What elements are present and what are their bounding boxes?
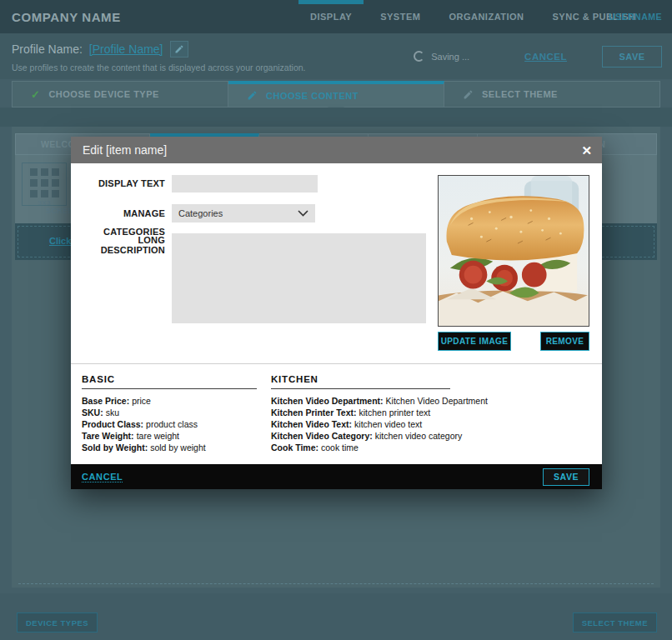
content-tab-label: WELCO	[41, 139, 75, 149]
basic-row: Tare Weight:tare weight	[82, 430, 257, 442]
modal-header: Edit [item name] ✕	[71, 137, 602, 163]
nav-tab-organization[interactable]: ORGANIZATION	[449, 0, 524, 33]
step-label: SELECT THEME	[482, 89, 558, 99]
long-description-textarea[interactable]	[172, 233, 426, 323]
grid-3x3-icon	[30, 168, 59, 198]
item-image	[438, 175, 589, 327]
close-icon[interactable]: ✕	[581, 144, 592, 157]
step-label: CHOOSE DEVICE TYPE	[48, 89, 158, 99]
edit-profile-name-button[interactable]	[170, 41, 188, 58]
saving-status: Saving ...	[431, 52, 469, 62]
basic-section: BASIC Base Price:price SKU:sku Product C…	[82, 374, 257, 453]
sandwich-photo	[439, 176, 589, 326]
layout-option-3x3[interactable]: 3X3	[22, 162, 67, 206]
kitchen-row: Cook Time:cook time	[271, 442, 521, 453]
long-description-label: LONG DESCRIPTION	[71, 235, 165, 255]
pencil-icon	[174, 44, 184, 54]
step-select-theme[interactable]: SELECT THEME	[444, 81, 660, 108]
pencil-outline-icon	[463, 89, 474, 100]
chevron-down-icon	[298, 210, 308, 217]
categories-select[interactable]: Categories	[172, 204, 315, 222]
divider-band	[0, 108, 672, 127]
pencil-icon	[247, 90, 258, 101]
nav-tab-label: SYSTEM	[380, 12, 420, 22]
company-name: COMPANY NAME	[12, 10, 121, 24]
profile-name-label: Profile Name:	[12, 42, 83, 56]
kitchen-section-title: KITCHEN	[271, 374, 450, 389]
basic-row: Product Class:product class	[82, 418, 257, 430]
nav-tab-label: ORGANIZATION	[449, 12, 524, 22]
kitchen-row: Kitchen Video Text:kitchen video text	[271, 418, 521, 430]
check-icon: ✓	[31, 88, 40, 101]
basic-section-title: BASIC	[82, 374, 257, 389]
modal-save-button[interactable]: SAVE	[543, 468, 589, 486]
display-text-label: DISPLAY TEXT	[71, 175, 165, 192]
step-label: CHOOSE CONTENT	[266, 91, 359, 101]
basic-row: SKU:sku	[82, 407, 257, 418]
edit-item-modal: Edit [item name] ✕ DISPLAY TEXT MANAGE C…	[71, 137, 602, 489]
modal-cancel-button[interactable]: CANCEL	[82, 472, 123, 482]
nav-tab-system[interactable]: SYSTEM	[380, 0, 420, 33]
nav-tab-label: DISPLAY	[310, 12, 352, 22]
modal-body: DISPLAY TEXT MANAGE CATEGORIES Categorie…	[71, 163, 602, 464]
display-text-input[interactable]	[172, 175, 318, 192]
nav-tab-display[interactable]: DISPLAY	[310, 0, 352, 33]
basic-row: Base Price:price	[82, 395, 257, 407]
categories-selected-value: Categories	[178, 208, 223, 218]
modal-footer: CANCEL SAVE	[71, 464, 602, 489]
manage-categories-label: MANAGE CATEGORIES	[71, 204, 165, 222]
wizard-steps: ✓ CHOOSE DEVICE TYPE CHOOSE CONTENT SELE…	[12, 81, 660, 108]
step-choose-device-type[interactable]: ✓ CHOOSE DEVICE TYPE	[12, 81, 228, 108]
step-choose-content[interactable]: CHOOSE CONTENT	[228, 81, 444, 108]
content-bottom-dashed-border	[18, 583, 654, 584]
grid-caption: 3X3	[23, 199, 66, 207]
kitchen-row: Kitchen Printer Text:kitchen printer tex…	[271, 407, 521, 418]
profile-bar: Profile Name: [Profile Name] Use profile…	[0, 33, 672, 79]
main-nav: DISPLAY SYSTEM ORGANIZATION SYNC & PUBLI…	[310, 0, 635, 33]
modal-divider	[71, 363, 602, 364]
username-menu[interactable]: USERNAME	[609, 0, 662, 33]
saving-spinner-icon	[414, 51, 424, 62]
screen-label-fragment: SCREE	[46, 207, 73, 215]
basic-row: Sold by Weight:sold by weight	[82, 442, 257, 453]
kitchen-row: Kitchen Video Department:Kitchen Video D…	[271, 395, 521, 407]
modal-title: Edit [item name]	[83, 143, 167, 157]
profile-bar-subtitle: Use profiles to create the content that …	[12, 62, 306, 72]
bottom-bar: DEVICE TYPES SELECT THEME	[0, 593, 672, 640]
select-theme-button[interactable]: SELECT THEME	[573, 612, 657, 632]
profile-save-button[interactable]: SAVE	[602, 46, 662, 68]
remove-image-button[interactable]: REMOVE	[540, 332, 589, 351]
profile-cancel-button[interactable]: CANCEL	[524, 52, 567, 62]
update-image-button[interactable]: UPDATE IMAGE	[438, 332, 511, 351]
device-types-button[interactable]: DEVICE TYPES	[17, 612, 98, 632]
profile-name-value[interactable]: [Profile Name]	[89, 42, 163, 56]
top-header: COMPANY NAME DISPLAY SYSTEM ORGANIZATION…	[0, 0, 672, 33]
kitchen-row: Kitchen Video Category:kitchen video cat…	[271, 430, 521, 442]
kitchen-section: KITCHEN Kitchen Video Department:Kitchen…	[271, 374, 521, 453]
